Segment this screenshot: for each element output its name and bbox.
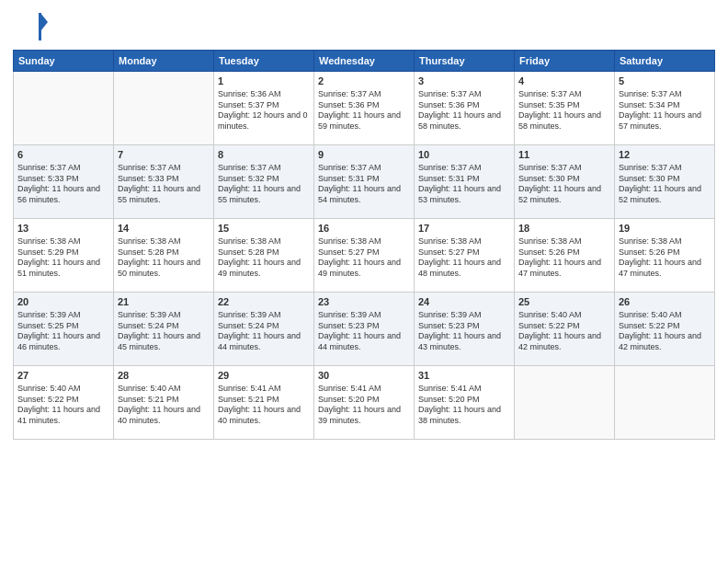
cell-content: Sunrise: 5:37 AMSunset: 5:30 PMDaylight:…: [518, 163, 610, 206]
cell-content: Sunrise: 5:38 AMSunset: 5:28 PMDaylight:…: [218, 236, 310, 280]
calendar-cell: 8Sunrise: 5:37 AMSunset: 5:32 PMDaylight…: [214, 145, 314, 219]
calendar-week-5: 27Sunrise: 5:40 AMSunset: 5:22 PMDayligh…: [14, 366, 715, 440]
cell-content: Sunrise: 5:38 AMSunset: 5:26 PMDaylight:…: [619, 236, 711, 280]
logo-icon: [13, 9, 48, 44]
cell-content: Sunrise: 5:38 AMSunset: 5:27 PMDaylight:…: [318, 236, 410, 280]
calendar-cell: 27Sunrise: 5:40 AMSunset: 5:22 PMDayligh…: [14, 366, 114, 440]
cell-content: Sunrise: 5:41 AMSunset: 5:21 PMDaylight:…: [218, 384, 310, 427]
calendar-cell: 10Sunrise: 5:37 AMSunset: 5:31 PMDayligh…: [415, 145, 515, 219]
calendar-cell: 15Sunrise: 5:38 AMSunset: 5:28 PMDayligh…: [214, 219, 314, 293]
cell-content: Sunrise: 5:37 AMSunset: 5:33 PMDaylight:…: [17, 163, 109, 206]
day-number: 6: [17, 148, 109, 162]
cell-content: Sunrise: 5:40 AMSunset: 5:21 PMDaylight:…: [118, 384, 210, 427]
cell-content: Sunrise: 5:37 AMSunset: 5:30 PMDaylight:…: [619, 163, 711, 206]
page: SundayMondayTuesdayWednesdayThursdayFrid…: [0, 0, 728, 563]
calendar-cell: [14, 72, 114, 145]
calendar-cell: 7Sunrise: 5:37 AMSunset: 5:33 PMDaylight…: [114, 145, 214, 219]
calendar-header-saturday: Saturday: [615, 51, 715, 72]
calendar-table: SundayMondayTuesdayWednesdayThursdayFrid…: [13, 50, 715, 440]
calendar-week-4: 20Sunrise: 5:39 AMSunset: 5:25 PMDayligh…: [14, 293, 715, 366]
day-number: 22: [218, 295, 310, 309]
calendar-cell: 11Sunrise: 5:37 AMSunset: 5:30 PMDayligh…: [515, 145, 615, 219]
calendar-week-3: 13Sunrise: 5:38 AMSunset: 5:29 PMDayligh…: [14, 219, 715, 293]
calendar-cell: 18Sunrise: 5:38 AMSunset: 5:26 PMDayligh…: [515, 219, 615, 293]
cell-content: Sunrise: 5:38 AMSunset: 5:26 PMDaylight:…: [518, 236, 610, 280]
day-number: 26: [619, 295, 711, 309]
cell-content: Sunrise: 5:40 AMSunset: 5:22 PMDaylight:…: [518, 310, 610, 353]
cell-content: Sunrise: 5:37 AMSunset: 5:36 PMDaylight:…: [318, 89, 410, 132]
cell-content: Sunrise: 5:39 AMSunset: 5:24 PMDaylight:…: [118, 310, 210, 353]
calendar-cell: 31Sunrise: 5:41 AMSunset: 5:20 PMDayligh…: [415, 366, 515, 440]
day-number: 15: [218, 222, 310, 236]
day-number: 12: [619, 148, 711, 162]
calendar-cell: 26Sunrise: 5:40 AMSunset: 5:22 PMDayligh…: [615, 293, 715, 366]
cell-content: Sunrise: 5:37 AMSunset: 5:31 PMDaylight:…: [318, 163, 410, 206]
calendar-cell: [515, 366, 615, 440]
cell-content: Sunrise: 5:39 AMSunset: 5:24 PMDaylight:…: [218, 310, 310, 353]
logo: [13, 9, 51, 44]
cell-content: Sunrise: 5:39 AMSunset: 5:23 PMDaylight:…: [318, 310, 410, 353]
day-number: 29: [218, 369, 310, 383]
calendar-cell: 20Sunrise: 5:39 AMSunset: 5:25 PMDayligh…: [14, 293, 114, 366]
calendar-cell: 21Sunrise: 5:39 AMSunset: 5:24 PMDayligh…: [114, 293, 214, 366]
calendar-cell: 28Sunrise: 5:40 AMSunset: 5:21 PMDayligh…: [114, 366, 214, 440]
calendar-cell: 24Sunrise: 5:39 AMSunset: 5:23 PMDayligh…: [415, 293, 515, 366]
day-number: 27: [17, 369, 109, 383]
day-number: 3: [418, 75, 510, 88]
calendar-header-tuesday: Tuesday: [214, 51, 314, 72]
cell-content: Sunrise: 5:38 AMSunset: 5:28 PMDaylight:…: [118, 236, 210, 280]
cell-content: Sunrise: 5:41 AMSunset: 5:20 PMDaylight:…: [318, 384, 410, 427]
calendar-header-sunday: Sunday: [14, 51, 114, 72]
day-number: 20: [17, 295, 109, 309]
calendar-cell: 4Sunrise: 5:37 AMSunset: 5:35 PMDaylight…: [515, 72, 615, 145]
calendar-cell: 16Sunrise: 5:38 AMSunset: 5:27 PMDayligh…: [314, 219, 415, 293]
day-number: 23: [318, 295, 410, 309]
calendar-cell: [615, 366, 715, 440]
day-number: 28: [118, 369, 210, 383]
cell-content: Sunrise: 5:37 AMSunset: 5:35 PMDaylight:…: [518, 89, 610, 132]
cell-content: Sunrise: 5:36 AMSunset: 5:37 PMDaylight:…: [218, 89, 310, 132]
day-number: 2: [318, 75, 410, 88]
day-number: 5: [619, 75, 711, 88]
day-number: 13: [17, 222, 109, 236]
day-number: 25: [518, 295, 610, 309]
day-number: 10: [418, 148, 510, 162]
calendar-cell: 5Sunrise: 5:37 AMSunset: 5:34 PMDaylight…: [615, 72, 715, 145]
calendar-cell: 17Sunrise: 5:38 AMSunset: 5:27 PMDayligh…: [415, 219, 515, 293]
calendar-cell: 14Sunrise: 5:38 AMSunset: 5:28 PMDayligh…: [114, 219, 214, 293]
day-number: 9: [318, 148, 410, 162]
day-number: 31: [418, 369, 510, 383]
calendar-header-friday: Friday: [515, 51, 615, 72]
calendar-header-thursday: Thursday: [415, 51, 515, 72]
cell-content: Sunrise: 5:37 AMSunset: 5:31 PMDaylight:…: [418, 163, 510, 206]
calendar-cell: 22Sunrise: 5:39 AMSunset: 5:24 PMDayligh…: [214, 293, 314, 366]
day-number: 1: [218, 75, 310, 88]
calendar-cell: 1Sunrise: 5:36 AMSunset: 5:37 PMDaylight…: [214, 72, 314, 145]
calendar-cell: 25Sunrise: 5:40 AMSunset: 5:22 PMDayligh…: [515, 293, 615, 366]
calendar-cell: 12Sunrise: 5:37 AMSunset: 5:30 PMDayligh…: [615, 145, 715, 219]
calendar-week-1: 1Sunrise: 5:36 AMSunset: 5:37 PMDaylight…: [14, 72, 715, 145]
calendar-cell: 13Sunrise: 5:38 AMSunset: 5:29 PMDayligh…: [14, 219, 114, 293]
calendar-header-wednesday: Wednesday: [314, 51, 415, 72]
day-number: 17: [418, 222, 510, 236]
calendar-header-monday: Monday: [114, 51, 214, 72]
day-number: 19: [619, 222, 711, 236]
cell-content: Sunrise: 5:40 AMSunset: 5:22 PMDaylight:…: [619, 310, 711, 353]
calendar-cell: 30Sunrise: 5:41 AMSunset: 5:20 PMDayligh…: [314, 366, 415, 440]
cell-content: Sunrise: 5:40 AMSunset: 5:22 PMDaylight:…: [17, 384, 109, 427]
day-number: 14: [118, 222, 210, 236]
calendar-cell: 2Sunrise: 5:37 AMSunset: 5:36 PMDaylight…: [314, 72, 415, 145]
header: [13, 9, 715, 44]
cell-content: Sunrise: 5:38 AMSunset: 5:27 PMDaylight:…: [418, 236, 510, 280]
cell-content: Sunrise: 5:38 AMSunset: 5:29 PMDaylight:…: [17, 236, 109, 280]
cell-content: Sunrise: 5:39 AMSunset: 5:25 PMDaylight:…: [17, 310, 109, 353]
day-number: 4: [518, 75, 610, 88]
day-number: 30: [318, 369, 410, 383]
day-number: 8: [218, 148, 310, 162]
calendar-cell: 23Sunrise: 5:39 AMSunset: 5:23 PMDayligh…: [314, 293, 415, 366]
calendar-week-2: 6Sunrise: 5:37 AMSunset: 5:33 PMDaylight…: [14, 145, 715, 219]
calendar-cell: [114, 72, 214, 145]
day-number: 11: [518, 148, 610, 162]
cell-content: Sunrise: 5:39 AMSunset: 5:23 PMDaylight:…: [418, 310, 510, 353]
cell-content: Sunrise: 5:37 AMSunset: 5:36 PMDaylight:…: [418, 89, 510, 132]
